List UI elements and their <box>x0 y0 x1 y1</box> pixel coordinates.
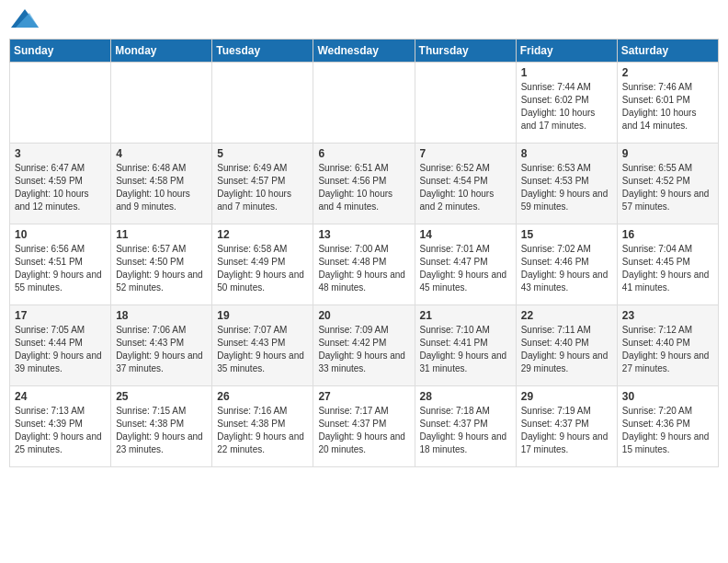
calendar-cell: 19Sunrise: 7:07 AMSunset: 4:43 PMDayligh… <box>212 305 313 386</box>
cell-info: Sunrise: 7:12 AMSunset: 4:40 PMDaylight:… <box>622 324 713 375</box>
calendar-week-2: 3Sunrise: 6:47 AMSunset: 4:59 PMDaylight… <box>10 144 719 224</box>
cell-info: Sunrise: 6:53 AMSunset: 4:53 PMDaylight:… <box>521 162 612 213</box>
cell-info: Sunrise: 7:02 AMSunset: 4:46 PMDaylight:… <box>521 243 612 294</box>
header-monday: Monday <box>111 40 212 63</box>
calendar-cell: 8Sunrise: 6:53 AMSunset: 4:53 PMDaylight… <box>516 144 617 224</box>
calendar-cell: 14Sunrise: 7:01 AMSunset: 4:47 PMDayligh… <box>415 224 516 305</box>
day-number: 29 <box>521 390 612 403</box>
page-header <box>9 9 719 31</box>
day-number: 2 <box>622 66 713 79</box>
cell-info: Sunrise: 7:11 AMSunset: 4:40 PMDaylight:… <box>521 324 612 375</box>
calendar-cell: 7Sunrise: 6:52 AMSunset: 4:54 PMDaylight… <box>415 144 516 224</box>
cell-info: Sunrise: 6:51 AMSunset: 4:56 PMDaylight:… <box>318 162 409 213</box>
day-number: 20 <box>318 309 409 322</box>
calendar-cell <box>313 63 415 144</box>
day-number: 17 <box>15 309 106 322</box>
day-number: 18 <box>116 309 207 322</box>
day-number: 22 <box>521 309 612 322</box>
day-number: 14 <box>420 228 511 241</box>
cell-info: Sunrise: 7:17 AMSunset: 4:37 PMDaylight:… <box>318 405 409 456</box>
day-number: 8 <box>521 147 612 160</box>
calendar-cell: 23Sunrise: 7:12 AMSunset: 4:40 PMDayligh… <box>617 305 718 386</box>
cell-info: Sunrise: 7:16 AMSunset: 4:38 PMDaylight:… <box>217 405 308 456</box>
calendar-cell: 18Sunrise: 7:06 AMSunset: 4:43 PMDayligh… <box>111 305 212 386</box>
day-number: 11 <box>116 228 207 241</box>
calendar-cell: 10Sunrise: 6:56 AMSunset: 4:51 PMDayligh… <box>10 224 111 305</box>
cell-info: Sunrise: 6:58 AMSunset: 4:49 PMDaylight:… <box>217 243 308 294</box>
day-number: 10 <box>15 228 106 241</box>
calendar-cell: 27Sunrise: 7:17 AMSunset: 4:37 PMDayligh… <box>313 386 415 467</box>
calendar-week-4: 17Sunrise: 7:05 AMSunset: 4:44 PMDayligh… <box>10 305 719 386</box>
calendar-week-5: 24Sunrise: 7:13 AMSunset: 4:39 PMDayligh… <box>10 386 719 467</box>
calendar-cell: 9Sunrise: 6:55 AMSunset: 4:52 PMDaylight… <box>617 144 718 224</box>
calendar-cell: 20Sunrise: 7:09 AMSunset: 4:42 PMDayligh… <box>313 305 415 386</box>
calendar-cell: 21Sunrise: 7:10 AMSunset: 4:41 PMDayligh… <box>415 305 516 386</box>
day-number: 12 <box>217 228 308 241</box>
day-number: 23 <box>622 309 713 322</box>
calendar-table: SundayMondayTuesdayWednesdayThursdayFrid… <box>9 39 719 467</box>
logo <box>9 13 39 31</box>
calendar-cell: 28Sunrise: 7:18 AMSunset: 4:37 PMDayligh… <box>415 386 516 467</box>
day-number: 3 <box>15 147 106 160</box>
header-sunday: Sunday <box>10 40 111 63</box>
calendar-cell: 13Sunrise: 7:00 AMSunset: 4:48 PMDayligh… <box>313 224 415 305</box>
calendar-cell: 1Sunrise: 7:44 AMSunset: 6:02 PMDaylight… <box>516 63 617 144</box>
cell-info: Sunrise: 7:01 AMSunset: 4:47 PMDaylight:… <box>420 243 511 294</box>
cell-info: Sunrise: 7:05 AMSunset: 4:44 PMDaylight:… <box>15 324 106 375</box>
cell-info: Sunrise: 7:00 AMSunset: 4:48 PMDaylight:… <box>318 243 409 294</box>
day-number: 5 <box>217 147 308 160</box>
calendar-cell <box>212 63 313 144</box>
calendar-cell: 11Sunrise: 6:57 AMSunset: 4:50 PMDayligh… <box>111 224 212 305</box>
calendar-cell: 16Sunrise: 7:04 AMSunset: 4:45 PMDayligh… <box>617 224 718 305</box>
header-friday: Friday <box>516 40 617 63</box>
cell-info: Sunrise: 7:18 AMSunset: 4:37 PMDaylight:… <box>420 405 511 456</box>
day-number: 26 <box>217 390 308 403</box>
calendar-cell: 15Sunrise: 7:02 AMSunset: 4:46 PMDayligh… <box>516 224 617 305</box>
calendar-cell: 24Sunrise: 7:13 AMSunset: 4:39 PMDayligh… <box>10 386 111 467</box>
day-number: 24 <box>15 390 106 403</box>
calendar-cell <box>415 63 516 144</box>
cell-info: Sunrise: 7:10 AMSunset: 4:41 PMDaylight:… <box>420 324 511 375</box>
day-number: 13 <box>318 228 409 241</box>
calendar-cell: 12Sunrise: 6:58 AMSunset: 4:49 PMDayligh… <box>212 224 313 305</box>
calendar-cell: 30Sunrise: 7:20 AMSunset: 4:36 PMDayligh… <box>617 386 718 467</box>
header-thursday: Thursday <box>415 40 516 63</box>
day-number: 27 <box>318 390 409 403</box>
calendar-week-3: 10Sunrise: 6:56 AMSunset: 4:51 PMDayligh… <box>10 224 719 305</box>
day-number: 16 <box>622 228 713 241</box>
day-number: 1 <box>521 66 612 79</box>
calendar-cell: 17Sunrise: 7:05 AMSunset: 4:44 PMDayligh… <box>10 305 111 386</box>
cell-info: Sunrise: 7:07 AMSunset: 4:43 PMDaylight:… <box>217 324 308 375</box>
day-number: 9 <box>622 147 713 160</box>
cell-info: Sunrise: 6:57 AMSunset: 4:50 PMDaylight:… <box>116 243 207 294</box>
day-number: 19 <box>217 309 308 322</box>
calendar-cell: 6Sunrise: 6:51 AMSunset: 4:56 PMDaylight… <box>313 144 415 224</box>
header-saturday: Saturday <box>617 40 718 63</box>
day-number: 30 <box>622 390 713 403</box>
day-number: 4 <box>116 147 207 160</box>
cell-info: Sunrise: 7:19 AMSunset: 4:37 PMDaylight:… <box>521 405 612 456</box>
cell-info: Sunrise: 6:48 AMSunset: 4:58 PMDaylight:… <box>116 162 207 213</box>
cell-info: Sunrise: 6:52 AMSunset: 4:54 PMDaylight:… <box>420 162 511 213</box>
calendar-cell <box>111 63 212 144</box>
cell-info: Sunrise: 6:47 AMSunset: 4:59 PMDaylight:… <box>15 162 106 213</box>
calendar-cell: 25Sunrise: 7:15 AMSunset: 4:38 PMDayligh… <box>111 386 212 467</box>
calendar-cell: 3Sunrise: 6:47 AMSunset: 4:59 PMDaylight… <box>10 144 111 224</box>
calendar-cell: 22Sunrise: 7:11 AMSunset: 4:40 PMDayligh… <box>516 305 617 386</box>
cell-info: Sunrise: 6:56 AMSunset: 4:51 PMDaylight:… <box>15 243 106 294</box>
day-number: 28 <box>420 390 511 403</box>
calendar-cell: 5Sunrise: 6:49 AMSunset: 4:57 PMDaylight… <box>212 144 313 224</box>
header-tuesday: Tuesday <box>212 40 313 63</box>
cell-info: Sunrise: 6:49 AMSunset: 4:57 PMDaylight:… <box>217 162 308 213</box>
cell-info: Sunrise: 6:55 AMSunset: 4:52 PMDaylight:… <box>622 162 713 213</box>
calendar-cell: 29Sunrise: 7:19 AMSunset: 4:37 PMDayligh… <box>516 386 617 467</box>
day-number: 6 <box>318 147 409 160</box>
cell-info: Sunrise: 7:20 AMSunset: 4:36 PMDaylight:… <box>622 405 713 456</box>
calendar-cell: 4Sunrise: 6:48 AMSunset: 4:58 PMDaylight… <box>111 144 212 224</box>
header-wednesday: Wednesday <box>313 40 415 63</box>
calendar-cell: 2Sunrise: 7:46 AMSunset: 6:01 PMDaylight… <box>617 63 718 144</box>
cell-info: Sunrise: 7:13 AMSunset: 4:39 PMDaylight:… <box>15 405 106 456</box>
logo-icon <box>11 9 39 31</box>
day-number: 25 <box>116 390 207 403</box>
calendar-cell: 26Sunrise: 7:16 AMSunset: 4:38 PMDayligh… <box>212 386 313 467</box>
